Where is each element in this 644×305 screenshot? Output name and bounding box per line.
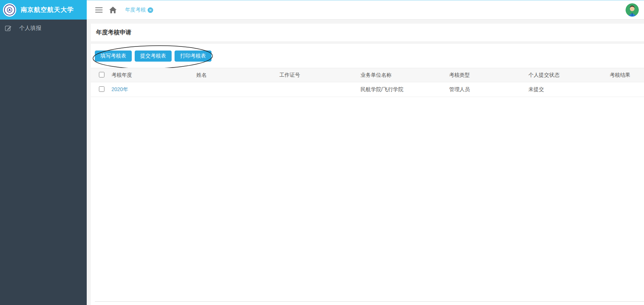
home-icon[interactable]	[109, 6, 117, 14]
column-header-work-id: 工作证号	[275, 68, 356, 82]
sidebar-item-personal-filing[interactable]: 个人填报	[0, 20, 87, 37]
sidebar-item-label: 个人填报	[19, 25, 41, 32]
column-header-assessment-result: 考核结果	[605, 68, 644, 82]
column-header-unit-name: 业务单位名称	[356, 68, 445, 82]
row-checkbox[interactable]	[99, 86, 104, 92]
print-assessment-form-button[interactable]: 打印考核表	[175, 51, 211, 62]
content-card: 填写考核表提交考核表打印考核表	[91, 44, 644, 305]
tab-annual-assessment[interactable]: 年度考核 ✕	[125, 7, 153, 13]
cell-name	[192, 82, 275, 97]
tab-label: 年度考核	[125, 7, 146, 13]
university-logo-icon	[2, 3, 17, 17]
cell-work-id	[275, 82, 356, 97]
cell-submit-status: 未提交	[524, 82, 605, 97]
cell-assessment-year: 2020年	[107, 82, 192, 97]
user-avatar-icon[interactable]	[626, 3, 639, 17]
assessment-table: 考核年度姓名工作证号业务单位名称考核类型个人提交状态考核结果 2020年民航学院…	[91, 68, 644, 97]
cell-unit-name: 民航学院/飞行学院	[356, 82, 445, 97]
hamburger-icon[interactable]	[95, 6, 103, 14]
table-header-row: 考核年度姓名工作证号业务单位名称考核类型个人提交状态考核结果	[91, 68, 644, 82]
table-row: 2020年民航学院/飞行学院管理人员未提交	[91, 82, 644, 97]
brand-header: 南京航空航天大学	[0, 0, 87, 20]
select-all-checkbox[interactable]	[99, 72, 104, 77]
topbar: 年度考核 ✕	[87, 0, 644, 20]
cell-assessment-type: 管理人员	[445, 82, 524, 97]
university-name: 南京航空航天大学	[21, 6, 74, 14]
column-header-name: 姓名	[192, 68, 275, 82]
sidebar: 个人填报	[0, 20, 87, 305]
column-header-assessment-year: 考核年度	[107, 68, 192, 82]
assessment-year-link[interactable]: 2020年	[111, 86, 128, 92]
footer-divider	[95, 301, 644, 302]
fill-assessment-form-button[interactable]: 填写考核表	[95, 51, 132, 62]
submit-assessment-form-button[interactable]: 提交考核表	[135, 51, 172, 62]
page-header-card: 年度考核申请	[91, 24, 644, 41]
app-window: 南京航空航天大学 个人填报 年度考核 ✕	[0, 0, 644, 305]
close-icon[interactable]: ✕	[148, 7, 153, 13]
table-body: 2020年民航学院/飞行学院管理人员未提交	[91, 82, 644, 97]
main-content: 年度考核申请 填写考核表提交考核表打印考核表	[87, 20, 644, 305]
toolbar: 填写考核表提交考核表打印考核表	[95, 51, 211, 62]
edit-icon	[5, 25, 12, 32]
cell-assessment-result	[605, 82, 644, 97]
column-header-assessment-type: 考核类型	[445, 68, 524, 82]
column-header-submit-status: 个人提交状态	[524, 68, 605, 82]
page-title: 年度考核申请	[96, 29, 131, 37]
